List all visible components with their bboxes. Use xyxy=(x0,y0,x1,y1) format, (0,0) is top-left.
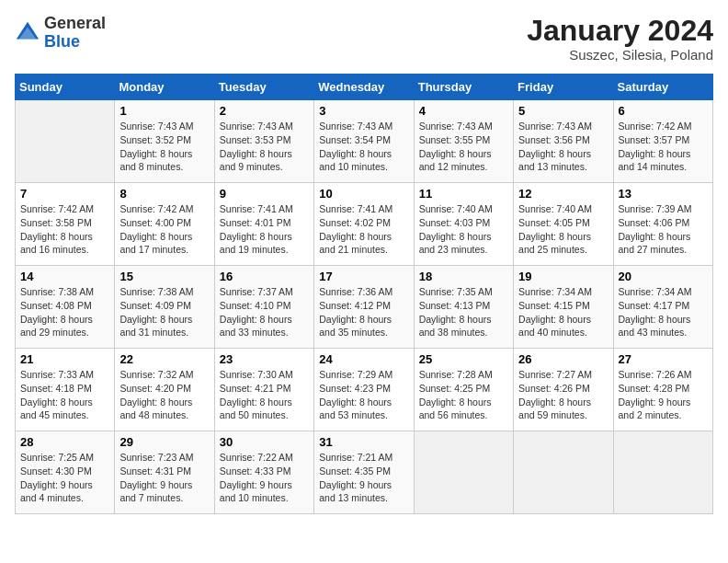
day-info: Sunrise: 7:35 AMSunset: 4:13 PMDaylight:… xyxy=(419,285,508,339)
header-thursday: Thursday xyxy=(414,75,513,100)
calendar-cell: 9Sunrise: 7:41 AMSunset: 4:01 PMDaylight… xyxy=(214,183,313,266)
calendar-cell xyxy=(613,431,712,514)
calendar-cell: 10Sunrise: 7:41 AMSunset: 4:02 PMDayligh… xyxy=(314,183,414,266)
day-number: 19 xyxy=(518,270,608,283)
calendar-cell: 3Sunrise: 7:43 AMSunset: 3:54 PMDaylight… xyxy=(314,100,414,183)
calendar-cell: 25Sunrise: 7:28 AMSunset: 4:25 PMDayligh… xyxy=(414,349,513,431)
day-number: 31 xyxy=(319,435,408,449)
day-number: 8 xyxy=(119,187,209,201)
day-info: Sunrise: 7:41 AMSunset: 4:01 PMDaylight:… xyxy=(220,202,309,257)
calendar-cell: 15Sunrise: 7:38 AMSunset: 4:09 PMDayligh… xyxy=(115,266,214,349)
day-number: 14 xyxy=(20,270,109,283)
calendar-cell: 6Sunrise: 7:42 AMSunset: 3:57 PMDaylight… xyxy=(613,100,712,183)
day-number: 6 xyxy=(619,104,708,118)
calendar-cell: 8Sunrise: 7:42 AMSunset: 4:00 PMDaylight… xyxy=(115,183,214,266)
day-number: 29 xyxy=(119,435,209,449)
day-info: Sunrise: 7:43 AMSunset: 3:53 PMDaylight:… xyxy=(220,120,309,174)
day-number: 25 xyxy=(419,352,508,366)
logo-text: General Blue xyxy=(44,15,106,52)
day-number: 13 xyxy=(619,187,708,201)
day-number: 11 xyxy=(419,187,508,201)
day-info: Sunrise: 7:29 AMSunset: 4:23 PMDaylight:… xyxy=(319,368,408,422)
header-saturday: Saturday xyxy=(613,75,712,100)
calendar-cell: 19Sunrise: 7:34 AMSunset: 4:15 PMDayligh… xyxy=(514,266,613,349)
calendar-cell: 23Sunrise: 7:30 AMSunset: 4:21 PMDayligh… xyxy=(214,349,313,431)
title-block: January 2024 Suszec, Silesia, Poland xyxy=(527,15,713,63)
day-number: 15 xyxy=(119,270,209,283)
day-number: 22 xyxy=(119,352,209,366)
calendar-cell: 26Sunrise: 7:27 AMSunset: 4:26 PMDayligh… xyxy=(514,349,613,431)
calendar-cell: 30Sunrise: 7:22 AMSunset: 4:33 PMDayligh… xyxy=(214,431,313,514)
day-number: 10 xyxy=(319,187,408,201)
header-monday: Monday xyxy=(115,75,214,100)
day-info: Sunrise: 7:33 AMSunset: 4:18 PMDaylight:… xyxy=(20,368,109,422)
day-number: 28 xyxy=(20,435,109,449)
day-info: Sunrise: 7:23 AMSunset: 4:31 PMDaylight:… xyxy=(119,451,209,505)
day-info: Sunrise: 7:38 AMSunset: 4:09 PMDaylight:… xyxy=(119,285,209,339)
day-info: Sunrise: 7:39 AMSunset: 4:06 PMDaylight:… xyxy=(619,202,708,257)
calendar-cell: 20Sunrise: 7:34 AMSunset: 4:17 PMDayligh… xyxy=(613,266,712,349)
day-info: Sunrise: 7:25 AMSunset: 4:30 PMDaylight:… xyxy=(20,451,109,505)
day-info: Sunrise: 7:42 AMSunset: 3:57 PMDaylight:… xyxy=(619,120,708,174)
location: Suszec, Silesia, Poland xyxy=(527,47,713,63)
day-number: 12 xyxy=(518,187,608,201)
day-number: 1 xyxy=(119,104,209,118)
day-number: 9 xyxy=(220,187,309,201)
calendar-cell: 7Sunrise: 7:42 AMSunset: 3:58 PMDaylight… xyxy=(16,183,115,266)
calendar-cell: 28Sunrise: 7:25 AMSunset: 4:30 PMDayligh… xyxy=(16,431,115,514)
calendar-week-row: 7Sunrise: 7:42 AMSunset: 3:58 PMDaylight… xyxy=(16,183,713,266)
day-number: 3 xyxy=(319,104,408,118)
day-number: 23 xyxy=(220,352,309,366)
day-info: Sunrise: 7:43 AMSunset: 3:56 PMDaylight:… xyxy=(518,120,608,174)
calendar-cell xyxy=(514,431,613,514)
page-header: General Blue January 2024 Suszec, Silesi… xyxy=(15,15,713,63)
calendar-cell xyxy=(16,100,115,183)
calendar-cell: 5Sunrise: 7:43 AMSunset: 3:56 PMDaylight… xyxy=(514,100,613,183)
calendar-cell: 27Sunrise: 7:26 AMSunset: 4:28 PMDayligh… xyxy=(613,349,712,431)
header-tuesday: Tuesday xyxy=(214,75,313,100)
day-number: 27 xyxy=(619,352,708,366)
day-info: Sunrise: 7:43 AMSunset: 3:52 PMDaylight:… xyxy=(119,120,209,174)
day-number: 4 xyxy=(419,104,508,118)
day-number: 30 xyxy=(220,435,309,449)
day-info: Sunrise: 7:38 AMSunset: 4:08 PMDaylight:… xyxy=(20,285,109,339)
calendar-cell: 2Sunrise: 7:43 AMSunset: 3:53 PMDaylight… xyxy=(214,100,313,183)
calendar-cell: 22Sunrise: 7:32 AMSunset: 4:20 PMDayligh… xyxy=(115,349,214,431)
calendar-cell: 18Sunrise: 7:35 AMSunset: 4:13 PMDayligh… xyxy=(414,266,513,349)
calendar-cell: 21Sunrise: 7:33 AMSunset: 4:18 PMDayligh… xyxy=(16,349,115,431)
calendar-cell: 29Sunrise: 7:23 AMSunset: 4:31 PMDayligh… xyxy=(115,431,214,514)
header-friday: Friday xyxy=(514,75,613,100)
calendar-week-row: 14Sunrise: 7:38 AMSunset: 4:08 PMDayligh… xyxy=(16,266,713,349)
day-info: Sunrise: 7:42 AMSunset: 4:00 PMDaylight:… xyxy=(119,202,209,257)
day-info: Sunrise: 7:36 AMSunset: 4:12 PMDaylight:… xyxy=(319,285,408,339)
calendar-cell: 1Sunrise: 7:43 AMSunset: 3:52 PMDaylight… xyxy=(115,100,214,183)
day-info: Sunrise: 7:34 AMSunset: 4:15 PMDaylight:… xyxy=(518,285,608,339)
calendar-cell: 12Sunrise: 7:40 AMSunset: 4:05 PMDayligh… xyxy=(514,183,613,266)
calendar-cell: 14Sunrise: 7:38 AMSunset: 4:08 PMDayligh… xyxy=(16,266,115,349)
calendar-cell: 16Sunrise: 7:37 AMSunset: 4:10 PMDayligh… xyxy=(214,266,313,349)
day-info: Sunrise: 7:27 AMSunset: 4:26 PMDaylight:… xyxy=(518,368,608,422)
day-info: Sunrise: 7:37 AMSunset: 4:10 PMDaylight:… xyxy=(220,285,309,339)
day-info: Sunrise: 7:30 AMSunset: 4:21 PMDaylight:… xyxy=(220,368,309,422)
day-info: Sunrise: 7:43 AMSunset: 3:54 PMDaylight:… xyxy=(319,120,408,174)
day-info: Sunrise: 7:41 AMSunset: 4:02 PMDaylight:… xyxy=(319,202,408,257)
day-number: 21 xyxy=(20,352,109,366)
day-info: Sunrise: 7:42 AMSunset: 3:58 PMDaylight:… xyxy=(20,202,109,257)
day-number: 17 xyxy=(319,270,408,283)
calendar-cell: 4Sunrise: 7:43 AMSunset: 3:55 PMDaylight… xyxy=(414,100,513,183)
calendar-cell: 13Sunrise: 7:39 AMSunset: 4:06 PMDayligh… xyxy=(613,183,712,266)
calendar-cell: 17Sunrise: 7:36 AMSunset: 4:12 PMDayligh… xyxy=(314,266,414,349)
calendar-cell: 11Sunrise: 7:40 AMSunset: 4:03 PMDayligh… xyxy=(414,183,513,266)
day-number: 16 xyxy=(220,270,309,283)
month-year: January 2024 xyxy=(527,15,713,47)
day-info: Sunrise: 7:40 AMSunset: 4:03 PMDaylight:… xyxy=(419,202,508,257)
calendar-week-row: 28Sunrise: 7:25 AMSunset: 4:30 PMDayligh… xyxy=(16,431,713,514)
day-info: Sunrise: 7:32 AMSunset: 4:20 PMDaylight:… xyxy=(119,368,209,422)
logo: General Blue xyxy=(15,15,106,52)
day-number: 7 xyxy=(20,187,109,201)
day-info: Sunrise: 7:34 AMSunset: 4:17 PMDaylight:… xyxy=(619,285,708,339)
day-info: Sunrise: 7:21 AMSunset: 4:35 PMDaylight:… xyxy=(319,451,408,505)
day-info: Sunrise: 7:28 AMSunset: 4:25 PMDaylight:… xyxy=(419,368,508,422)
day-number: 18 xyxy=(419,270,508,283)
logo-icon xyxy=(15,20,40,46)
